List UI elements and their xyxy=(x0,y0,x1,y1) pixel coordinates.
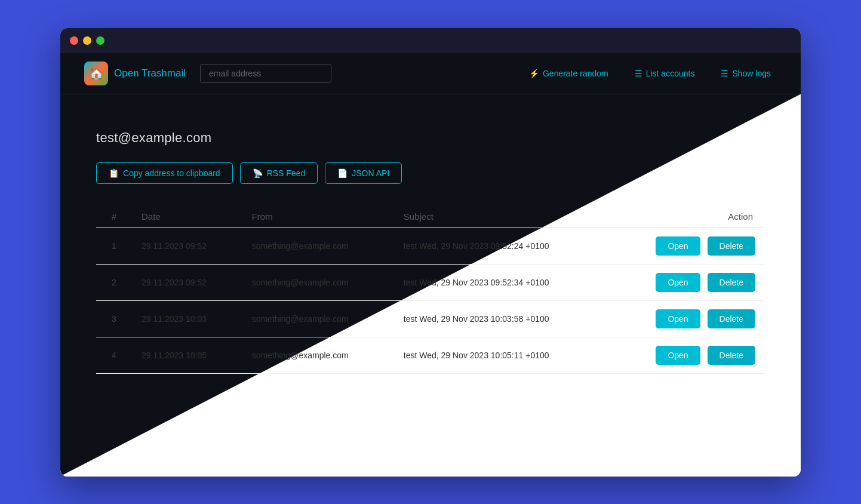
row-from: something@example.com xyxy=(242,228,394,264)
brand-link[interactable]: 🏠 Open Trashmail xyxy=(84,62,186,85)
generate-random-icon: ⚡ xyxy=(529,69,539,78)
row-actions: Open Delete xyxy=(610,264,765,300)
delete-button[interactable]: Delete xyxy=(708,236,755,256)
brand-icon: 🏠 xyxy=(84,62,108,85)
delete-button[interactable]: Delete xyxy=(708,273,755,292)
col-header-from: From xyxy=(242,205,394,228)
open-button[interactable]: Open xyxy=(656,273,700,292)
list-accounts-label: List accounts xyxy=(646,69,695,78)
row-subject: test Wed, 29 Nov 2023 10:03:58 +0100 xyxy=(394,300,610,337)
copy-address-label: Copy address to clipboard xyxy=(123,168,220,178)
navbar: 🏠 Open Trashmail ⚡ Generate random ☰ Lis… xyxy=(60,53,801,94)
generate-random-button[interactable]: ⚡ Generate random xyxy=(523,65,614,82)
open-button[interactable]: Open xyxy=(656,236,700,256)
row-num: 2 xyxy=(96,264,132,300)
open-button[interactable]: Open xyxy=(656,309,700,328)
generate-random-label: Generate random xyxy=(543,69,608,78)
titlebar xyxy=(60,28,801,53)
json-icon: 📄 xyxy=(337,168,348,178)
brand-name: Open Trashmail xyxy=(114,67,186,79)
main-content: test@example.com 📋 Copy address to clipb… xyxy=(60,94,801,398)
current-email: test@example.com xyxy=(96,130,765,146)
table-row: 2 29.11.2023 09:52 something@example.com… xyxy=(96,264,765,300)
show-logs-icon: ☰ xyxy=(721,69,728,78)
list-accounts-button[interactable]: ☰ List accounts xyxy=(629,65,701,82)
content-area: test@example.com 📋 Copy address to clipb… xyxy=(60,94,801,477)
table-header: # Date From Subject Action xyxy=(96,205,765,228)
json-api-button[interactable]: 📄 JSON API xyxy=(325,162,402,184)
delete-button[interactable]: Delete xyxy=(708,346,755,365)
row-from: something@example.com xyxy=(242,264,394,300)
table-row: 4 29.11.2023 10:05 something@example.com… xyxy=(96,337,765,373)
table-row: 3 29.11.2023 10:03 something@example.com… xyxy=(96,300,765,337)
row-date: 29.11.2023 10:05 xyxy=(132,337,242,373)
copy-icon: 📋 xyxy=(109,168,119,178)
row-num: 4 xyxy=(96,337,132,373)
row-date: 29.11.2023 09:52 xyxy=(132,264,242,300)
row-date: 29.11.2023 10:03 xyxy=(132,300,242,337)
row-date: 29.11.2023 09:52 xyxy=(132,228,242,264)
row-from: something@example.com xyxy=(242,300,394,337)
col-header-date: Date xyxy=(132,205,242,228)
col-header-action: Action xyxy=(610,205,765,228)
rss-feed-label: RSS Feed xyxy=(267,168,306,178)
list-accounts-icon: ☰ xyxy=(635,69,642,78)
row-actions: Open Delete xyxy=(610,337,765,373)
minimize-button[interactable] xyxy=(83,36,91,45)
email-table: # Date From Subject Action 1 29.11.2023 … xyxy=(96,205,765,374)
action-buttons: 📋 Copy address to clipboard 📡 RSS Feed 📄… xyxy=(96,162,765,184)
table-body: 1 29.11.2023 09:52 something@example.com… xyxy=(96,228,765,373)
row-actions: Open Delete xyxy=(610,300,765,337)
json-api-label: JSON API xyxy=(352,168,389,178)
row-actions: Open Delete xyxy=(610,228,765,264)
table-row: 1 29.11.2023 09:52 something@example.com… xyxy=(96,228,765,264)
maximize-button[interactable] xyxy=(96,36,104,45)
open-button[interactable]: Open xyxy=(656,346,700,365)
close-button[interactable] xyxy=(70,36,78,45)
col-header-num: # xyxy=(96,205,132,228)
row-subject: test Wed, 29 Nov 2023 09:52:24 +0100 xyxy=(394,228,610,264)
copy-address-button[interactable]: 📋 Copy address to clipboard xyxy=(96,162,233,184)
delete-button[interactable]: Delete xyxy=(708,309,755,328)
row-subject: test Wed, 29 Nov 2023 09:52:34 +0100 xyxy=(394,264,610,300)
show-logs-label: Show logs xyxy=(732,69,771,78)
rss-icon: 📡 xyxy=(253,168,263,178)
col-header-subject: Subject xyxy=(394,205,610,228)
email-input[interactable] xyxy=(200,64,331,83)
app-window: 🏠 Open Trashmail ⚡ Generate random ☰ Lis… xyxy=(60,28,801,477)
show-logs-button[interactable]: ☰ Show logs xyxy=(715,65,777,82)
row-subject: test Wed, 29 Nov 2023 10:05:11 +0100 xyxy=(394,337,610,373)
rss-feed-button[interactable]: 📡 RSS Feed xyxy=(240,162,318,184)
row-num: 3 xyxy=(96,300,132,337)
row-from: something@example.com xyxy=(242,337,394,373)
row-num: 1 xyxy=(96,228,132,264)
